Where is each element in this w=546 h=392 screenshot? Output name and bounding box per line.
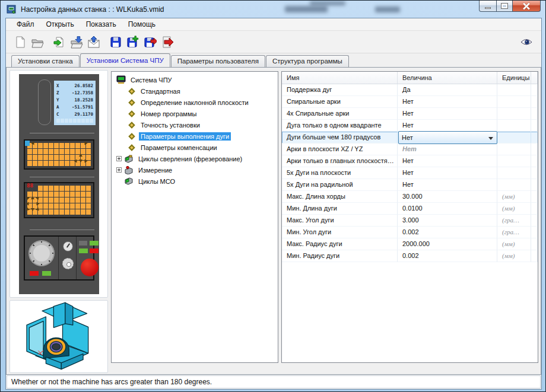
expand-icon[interactable] [116,167,122,173]
tree-item-root[interactable]: Система ЧПУ [112,74,278,85]
param-value[interactable]: 30.000 [398,191,497,203]
table-row[interactable]: 5х Дуги на радильнойНет [282,179,538,191]
param-value[interactable]: 0.0100 [398,203,497,215]
preview-eye-button[interactable] [518,34,534,50]
tree-item-mco-cycles[interactable]: Циклы МСО [112,176,278,187]
param-value[interactable]: Нет [398,96,497,108]
save-icon [109,36,122,49]
save-button[interactable] [107,34,123,50]
titlebar[interactable]: Настройка данных станка : : WLKuka5.vmid [1,1,545,18]
diamond-icon [128,88,135,94]
control-panel-preview: X26.8582 Z-12.7358 Y18.2528 A-51.5791 C2… [9,70,108,298]
table-row[interactable]: Мин. Угол дуги0.002(гра… [282,227,538,238]
header-name[interactable]: Имя [282,72,398,84]
eye-icon [520,38,532,46]
softkey-strip [56,119,93,123]
load-file-button[interactable] [68,34,84,50]
tab-user-parameters[interactable]: Параметры пользователя [171,55,265,67]
param-value[interactable]: Нет [398,120,497,132]
tab-page: X26.8582 Z-12.7358 Y18.2528 A-51.5791 C2… [6,67,541,375]
table-row[interactable]: НетДуги больше чем 180 градусов [282,132,538,144]
table-row[interactable]: Дуга только в одном квадрантеНет [282,120,538,132]
menu-file[interactable]: Файл [11,18,40,30]
tree-item-setup-accuracy[interactable]: Точность установки [112,119,278,130]
open-folder-button[interactable] [29,34,45,50]
exit-button[interactable] [159,34,175,50]
tree-item-drill-cycles[interactable]: Циклы сверления (фрезерование) [112,153,278,164]
maximize-button[interactable] [496,1,513,12]
status-text: Whether or not the machine has arcs grea… [7,375,541,388]
machine-preview [9,300,108,373]
table-row[interactable]: 5х Дуги на плоскостиНет [282,167,538,179]
param-value[interactable]: Нет [398,108,497,120]
param-name: Макс. Радиус дуги [282,238,398,250]
table-row[interactable]: Арки в плоскости XZ / YZНет [282,144,538,155]
keypad-upper [24,139,94,170]
emergency-stop-button [81,259,99,276]
tree-item-standard[interactable]: Стандартная [112,85,278,97]
diamond-icon [128,99,135,106]
green-button [42,271,51,276]
param-value[interactable]: 3.000 [398,215,497,227]
param-name: 5х Дуги на радильной [282,179,398,191]
param-value[interactable]: Да [398,84,497,96]
table-row[interactable]: Мин. Длина дуги0.0100(мм) [282,203,538,215]
table-row[interactable]: 4х Спиральные аркиНет [282,108,538,120]
import-file-button[interactable] [51,34,67,50]
param-value[interactable]: 0.002 [398,227,497,238]
param-units [497,155,531,167]
save-export-button[interactable] [142,34,158,50]
redacted-text [310,1,345,5]
tree-item-measurement[interactable]: Измерение [112,164,278,176]
save-add-button[interactable] [125,34,141,50]
table-row[interactable]: Макс. Длина хорды30.000(мм) [282,191,538,203]
combobox-value: Нет [402,134,413,141]
selector-knob [63,241,73,251]
tab-machine-settings[interactable]: Установки станка [11,55,80,67]
import-file-icon [53,36,66,49]
window-controls [480,1,541,12]
mail-upload-button[interactable] [85,34,101,50]
param-value[interactable]: 0.002 [398,250,497,262]
tree-item-compensation[interactable]: Параметры компенсации [112,142,278,153]
exit-icon [161,36,174,49]
window-title: Настройка данных станка : : WLKuka5.vmid [21,5,164,14]
table-row[interactable]: Поддержка дугДа [282,84,538,96]
mail-upload-icon [87,36,100,49]
cnc-settings-tree: Система ЧПУ Стандартная Определение накл… [111,71,278,363]
new-file-button[interactable] [12,34,28,50]
tree-item-program-number[interactable]: Номер программы [112,108,278,119]
table-row[interactable]: Макс. Угол дуги3.000(гра… [282,215,538,227]
param-name: Дуга только в одном квадранте [282,120,398,132]
tab-cnc-system-settings[interactable]: Установки Система ЧПУ [80,53,170,67]
minimize-button[interactable] [479,1,497,12]
param-value[interactable]: Нет [398,144,497,155]
save-add-icon [126,36,139,49]
table-row[interactable]: Макс. Радиус дуги2000.000(мм) [282,238,538,250]
tree-item-tilted-plane[interactable]: Определение наклонной плоскости [112,97,278,108]
menu-open[interactable]: Открыть [40,18,80,30]
header-units[interactable]: Единицы [497,72,531,84]
tab-program-structure[interactable]: Структура программы [266,55,349,67]
header-value[interactable]: Величина [398,72,497,84]
param-value[interactable]: 2000.000 [398,238,497,250]
table-row[interactable]: Арки только в главных плоскостя…Нет [282,155,538,167]
close-button[interactable] [512,1,541,12]
menu-show[interactable]: Показать [80,18,122,30]
param-value[interactable]: Нет [398,167,497,179]
tree-item-arc-parameters[interactable]: Параметры выполнения дуги [112,130,278,142]
parameters-grid: Имя Величина Единицы Поддержка дугДаСпир… [281,71,538,363]
menu-help[interactable]: Помощь [122,18,161,30]
param-value[interactable]: Нет [398,155,497,167]
param-value[interactable]: Нет [398,179,497,191]
value-combobox[interactable]: Нет [398,131,497,144]
chevron-down-icon[interactable] [488,137,493,140]
table-row[interactable]: Мин. Радиус дуги0.002(мм) [282,250,538,262]
app-icon [7,5,17,14]
cnc-pendant-image: X26.8582 Z-12.7358 Y18.2528 A-51.5791 C2… [19,74,99,294]
param-name: 4х Спиральные арки [282,108,398,120]
param-units: (гра… [497,227,531,238]
expand-icon[interactable] [116,156,122,161]
param-units [497,84,531,96]
table-row[interactable]: Спиральные аркиНет [282,96,538,108]
